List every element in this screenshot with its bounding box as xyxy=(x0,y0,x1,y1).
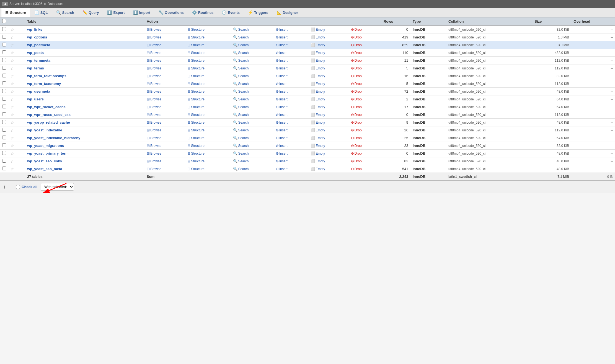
row-checkbox-10[interactable] xyxy=(2,105,6,108)
tab-structure[interactable]: ⊞Structure xyxy=(1,8,30,17)
drop-link-9[interactable]: ⊖ Drop xyxy=(351,97,362,101)
insert-link-16[interactable]: ⊕ Insert xyxy=(276,151,288,155)
browse-link-11[interactable]: ⊞ Browse xyxy=(147,113,161,117)
table-name-link[interactable]: wp_yoast_migrations xyxy=(27,144,64,148)
structure-link-13[interactable]: ⊟ Structure xyxy=(187,128,205,132)
structure-link-1[interactable]: ⊟ Structure xyxy=(187,35,205,39)
drop-link-18[interactable]: ⊖ Drop xyxy=(351,167,362,171)
structure-link-7[interactable]: ⊟ Structure xyxy=(187,82,205,86)
drop-link-5[interactable]: ⊖ Drop xyxy=(351,66,362,70)
structure-link-14[interactable]: ⊟ Structure xyxy=(187,136,205,140)
star-icon[interactable]: ☆ xyxy=(11,51,14,55)
table-name-link[interactable]: wp_postmeta xyxy=(27,43,50,47)
with-selected-dropdown[interactable]: With selected:BrowseStructureSearchInser… xyxy=(41,183,74,191)
table-name-link[interactable]: wp_wpr_rocket_cache xyxy=(27,105,66,109)
empty-link-8[interactable]: ⬜ Empty xyxy=(311,89,325,93)
browse-link-12[interactable]: ⊞ Browse xyxy=(147,120,161,124)
table-name-link[interactable]: wp_usermeta xyxy=(27,89,50,93)
structure-link-10[interactable]: ⊟ Structure xyxy=(187,105,205,109)
empty-link-1[interactable]: ⬜ Empty xyxy=(311,35,325,39)
empty-link-7[interactable]: ⬜ Empty xyxy=(311,82,325,86)
drop-link-17[interactable]: ⊖ Drop xyxy=(351,159,362,163)
row-checkbox-9[interactable] xyxy=(2,97,6,101)
insert-link-1[interactable]: ⊕ Insert xyxy=(276,35,288,39)
structure-link-5[interactable]: ⊟ Structure xyxy=(187,66,205,70)
star-icon[interactable]: ☆ xyxy=(11,144,14,148)
browse-link-1[interactable]: ⊞ Browse xyxy=(147,35,161,39)
browse-link-3[interactable]: ⊞ Browse xyxy=(147,51,161,55)
star-icon[interactable]: ☆ xyxy=(11,159,14,163)
empty-link-0[interactable]: ⬜ Empty xyxy=(311,27,325,32)
tab-export[interactable]: ⬆️Export xyxy=(103,8,129,17)
empty-link-14[interactable]: ⬜ Empty xyxy=(311,136,325,140)
row-checkbox-7[interactable] xyxy=(2,81,6,85)
drop-link-4[interactable]: ⊖ Drop xyxy=(351,58,362,63)
table-name-link[interactable]: wp_yoast_seo_meta xyxy=(27,167,62,171)
search-link-12[interactable]: 🔍 Search xyxy=(233,120,249,124)
search-link-9[interactable]: 🔍 Search xyxy=(233,97,249,101)
row-checkbox-14[interactable] xyxy=(2,136,6,139)
drop-link-11[interactable]: ⊖ Drop xyxy=(351,113,362,117)
search-link-14[interactable]: 🔍 Search xyxy=(233,136,249,140)
star-icon[interactable]: ☆ xyxy=(11,105,14,109)
star-icon[interactable]: ☆ xyxy=(11,58,14,63)
table-name-link[interactable]: wp_term_taxonomy xyxy=(27,82,61,86)
structure-link-17[interactable]: ⊟ Structure xyxy=(187,159,205,163)
table-name-link[interactable]: wp_wpr_rucss_used_css xyxy=(27,113,71,117)
search-link-10[interactable]: 🔍 Search xyxy=(233,105,249,109)
browse-link-16[interactable]: ⊞ Browse xyxy=(147,151,161,155)
search-link-8[interactable]: 🔍 Search xyxy=(233,89,249,93)
star-icon[interactable]: ☆ xyxy=(11,66,14,71)
browse-link-0[interactable]: ⊞ Browse xyxy=(147,27,161,32)
back-button[interactable]: ◀ xyxy=(2,2,8,6)
tab-import[interactable]: ⬇️Import xyxy=(129,8,154,17)
empty-link-16[interactable]: ⬜ Empty xyxy=(311,151,325,155)
row-checkbox-12[interactable] xyxy=(2,120,6,124)
search-link-16[interactable]: 🔍 Search xyxy=(233,151,249,155)
table-name-link[interactable]: wp_options xyxy=(27,35,47,39)
insert-link-8[interactable]: ⊕ Insert xyxy=(276,89,288,93)
insert-link-5[interactable]: ⊕ Insert xyxy=(276,66,288,70)
table-name-link[interactable]: wp_terms xyxy=(27,66,44,70)
insert-link-11[interactable]: ⊕ Insert xyxy=(276,113,288,117)
row-checkbox-3[interactable] xyxy=(2,50,6,54)
table-name-link[interactable]: wp_yoast_seo_links xyxy=(27,159,62,163)
browse-link-9[interactable]: ⊞ Browse xyxy=(147,97,161,101)
structure-link-16[interactable]: ⊟ Structure xyxy=(187,151,205,155)
row-checkbox-5[interactable] xyxy=(2,66,6,70)
structure-link-12[interactable]: ⊟ Structure xyxy=(187,120,205,124)
search-link-2[interactable]: 🔍 Search xyxy=(233,43,249,47)
tab-events[interactable]: 🕐Events xyxy=(218,8,244,17)
search-link-1[interactable]: 🔍 Search xyxy=(233,35,249,39)
empty-link-5[interactable]: ⬜ Empty xyxy=(311,66,325,70)
browse-link-13[interactable]: ⊞ Browse xyxy=(147,128,161,132)
search-link-6[interactable]: 🔍 Search xyxy=(233,74,249,78)
row-checkbox-13[interactable] xyxy=(2,128,6,132)
search-link-4[interactable]: 🔍 Search xyxy=(233,58,249,63)
search-link-18[interactable]: 🔍 Search xyxy=(233,167,249,171)
drop-link-12[interactable]: ⊖ Drop xyxy=(351,120,362,124)
drop-link-0[interactable]: ⊖ Drop xyxy=(351,27,362,32)
row-checkbox-15[interactable] xyxy=(2,143,6,147)
table-name-link[interactable]: wp_yoast_primary_term xyxy=(27,151,69,155)
table-name-link[interactable]: wp_yoast_indexable_hierarchy xyxy=(27,136,80,140)
search-link-11[interactable]: 🔍 Search xyxy=(233,113,249,117)
row-checkbox-0[interactable] xyxy=(2,27,6,31)
insert-link-14[interactable]: ⊕ Insert xyxy=(276,136,288,140)
insert-link-7[interactable]: ⊕ Insert xyxy=(276,82,288,86)
check-all-label[interactable]: Check all xyxy=(16,185,37,189)
search-link-15[interactable]: 🔍 Search xyxy=(233,144,249,148)
drop-link-16[interactable]: ⊖ Drop xyxy=(351,151,362,155)
drop-link-8[interactable]: ⊖ Drop xyxy=(351,89,362,93)
star-icon[interactable]: ☆ xyxy=(11,113,14,117)
insert-link-9[interactable]: ⊕ Insert xyxy=(276,97,288,101)
search-link-17[interactable]: 🔍 Search xyxy=(233,159,249,163)
empty-link-13[interactable]: ⬜ Empty xyxy=(311,128,325,132)
insert-link-0[interactable]: ⊕ Insert xyxy=(276,27,288,32)
star-icon[interactable]: ☆ xyxy=(11,97,14,102)
table-name-link[interactable]: wp_links xyxy=(27,27,42,32)
drop-link-1[interactable]: ⊖ Drop xyxy=(351,35,362,39)
structure-link-9[interactable]: ⊟ Structure xyxy=(187,97,205,101)
insert-link-2[interactable]: ⊕ Insert xyxy=(276,43,288,47)
drop-link-6[interactable]: ⊖ Drop xyxy=(351,74,362,78)
